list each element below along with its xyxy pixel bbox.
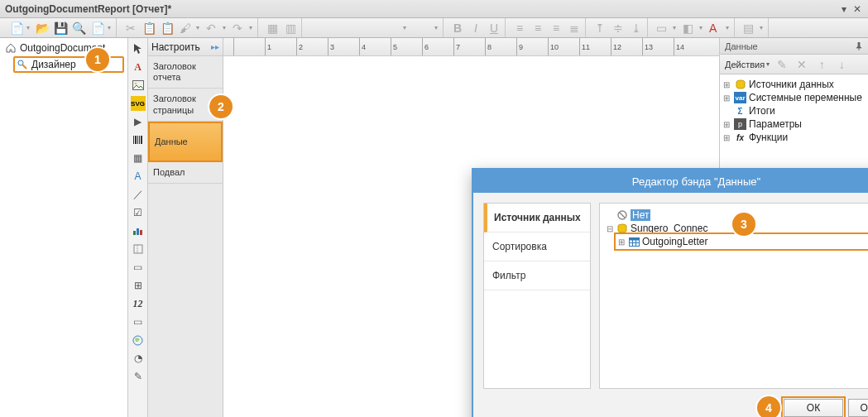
dialog-tab-filter[interactable]: Фильтр bbox=[484, 261, 590, 290]
cross-tool-icon[interactable]: ⊞ bbox=[131, 278, 146, 293]
down-icon[interactable]: ↓ bbox=[834, 57, 849, 72]
project-tree: OutgoingDocument Дизайнер 1 bbox=[0, 38, 128, 417]
svg-tool-icon[interactable]: SVG bbox=[131, 96, 146, 111]
cancel-button[interactable]: Отмена bbox=[848, 399, 868, 417]
band-page-header[interactable]: Заголовок страницы 2 bbox=[148, 89, 223, 121]
redo-button[interactable]: ↷ bbox=[231, 21, 254, 36]
forbidden-icon bbox=[616, 209, 629, 221]
dialog-tab-datasource[interactable]: Источник данных bbox=[484, 204, 590, 232]
counter-tool-icon[interactable]: 12 bbox=[131, 296, 146, 311]
svg-rect-6 bbox=[139, 136, 140, 144]
data-node-params[interactable]: ⊞ p Параметры bbox=[722, 117, 866, 131]
pointer-tool-icon[interactable] bbox=[131, 41, 146, 56]
table-icon bbox=[627, 236, 640, 247]
bands-panel: Настроить ▸▸ Заголовок отчета Заголовок … bbox=[148, 38, 223, 417]
underline-button[interactable]: U bbox=[487, 21, 501, 36]
data-node-functions[interactable]: ⊞ fx Функции bbox=[722, 131, 866, 144]
font-select[interactable] bbox=[309, 21, 408, 36]
format-button[interactable]: 🖌 bbox=[178, 21, 201, 36]
valign-top-button[interactable]: ⤒ bbox=[592, 21, 607, 36]
label-tool-icon[interactable]: ▭ bbox=[131, 314, 146, 329]
border-button[interactable]: ▭ bbox=[655, 21, 678, 36]
data-node-totals[interactable]: Σ Итоги bbox=[722, 104, 866, 117]
data-node-sources[interactable]: ⊞ Источники данных bbox=[722, 78, 866, 91]
svg-rect-8 bbox=[133, 231, 136, 235]
chart-tool-icon[interactable] bbox=[131, 223, 146, 238]
undo-button[interactable]: ↶ bbox=[204, 21, 228, 36]
pin-icon[interactable] bbox=[855, 42, 863, 50]
align-right-button[interactable]: ≡ bbox=[549, 21, 563, 36]
svg-rect-10 bbox=[140, 230, 142, 235]
database-icon bbox=[616, 223, 629, 234]
collapse-icon[interactable]: ⊟ bbox=[605, 224, 614, 233]
svg-rect-7 bbox=[141, 136, 142, 144]
svg-rect-9 bbox=[137, 228, 139, 235]
richtext-tool-icon[interactable]: A bbox=[131, 169, 146, 184]
bands-header: Настроить ▸▸ bbox=[148, 38, 223, 56]
bands-collapse-icon[interactable]: ▸▸ bbox=[211, 42, 219, 51]
map-tool-icon[interactable] bbox=[131, 333, 146, 348]
sigma-icon: Σ bbox=[734, 105, 746, 117]
style-button[interactable]: ▤ bbox=[741, 21, 765, 36]
datasource-table-node[interactable]: ⊞ OutgoingLetter bbox=[616, 235, 868, 248]
barcode-tool-icon[interactable] bbox=[131, 132, 146, 147]
close-window-icon[interactable]: ✕ bbox=[851, 3, 863, 15]
band-data[interactable]: Данные bbox=[148, 122, 223, 162]
text-tool-icon[interactable]: A bbox=[131, 60, 146, 74]
group-button[interactable]: ▦ bbox=[265, 21, 280, 36]
dialog-tabs: Источник данных Сортировка Фильтр bbox=[483, 203, 591, 389]
copy-button[interactable]: 📋 bbox=[141, 21, 156, 36]
dialog-tab-sort[interactable]: Сортировка bbox=[484, 232, 590, 261]
shape-tool-icon[interactable]: ▶ bbox=[131, 114, 146, 129]
ungroup-button[interactable]: ▥ bbox=[283, 21, 298, 36]
zip-tool-icon[interactable] bbox=[131, 242, 146, 256]
actions-dropdown[interactable]: Действия ▾ bbox=[725, 60, 770, 70]
expand-icon[interactable]: ⊞ bbox=[723, 80, 731, 89]
textcolor-button[interactable]: A bbox=[707, 21, 731, 36]
expand-icon[interactable]: ⊞ bbox=[723, 133, 731, 142]
align-justify-button[interactable]: ≣ bbox=[567, 21, 582, 36]
body: OutgoingDocument Дизайнер 1 A SVG ▶ bbox=[0, 38, 868, 417]
fill-button[interactable]: ◧ bbox=[681, 21, 704, 36]
delete-icon[interactable]: ✕ bbox=[794, 57, 809, 72]
bold-button[interactable]: B bbox=[450, 21, 465, 36]
italic-button[interactable]: I bbox=[468, 21, 483, 36]
new-datasource-icon[interactable]: ✎ bbox=[774, 57, 789, 72]
cut-button[interactable]: ✂ bbox=[123, 21, 138, 36]
expand-icon[interactable]: ⊞ bbox=[616, 237, 626, 247]
valign-mid-button[interactable]: ≑ bbox=[611, 21, 626, 36]
svg-rect-4 bbox=[135, 136, 137, 144]
signature-tool-icon[interactable]: ✎ bbox=[131, 369, 146, 384]
data-node-sysvars[interactable]: ⊞ var Системные переменные bbox=[722, 91, 866, 104]
database-icon bbox=[734, 79, 746, 90]
paste-button[interactable]: 📋 bbox=[160, 21, 175, 36]
valign-bot-button[interactable]: ⤓ bbox=[629, 21, 644, 36]
save-button[interactable]: 💾 bbox=[53, 21, 68, 36]
table-tool-icon[interactable]: ▦ bbox=[131, 151, 146, 165]
image-tool-icon[interactable] bbox=[131, 78, 146, 93]
dialog-datasource-tree: Нет ⊟ Sungero_Connec ⊞ bbox=[599, 203, 868, 389]
expand-icon[interactable]: ⊞ bbox=[723, 93, 731, 103]
var-icon: var bbox=[734, 92, 746, 103]
band-footer[interactable]: Подвал bbox=[148, 162, 223, 184]
ok-button[interactable]: ОК bbox=[784, 399, 843, 417]
dropdown-icon[interactable]: ▾ bbox=[838, 3, 850, 15]
bands-header-label: Настроить bbox=[151, 41, 200, 53]
preview-button[interactable]: 🔍 bbox=[71, 21, 86, 36]
app-window: OutgoingDocumentReport [Отчет]* ▾ ✕ 📄 📂 … bbox=[0, 0, 868, 417]
expand-icon[interactable]: ⊞ bbox=[723, 120, 731, 129]
line-tool-icon[interactable]: ／ bbox=[131, 187, 146, 202]
fontsize-select[interactable] bbox=[411, 21, 439, 36]
subreport-tool-icon[interactable]: ▭ bbox=[131, 260, 146, 275]
window-controls: ▾ ✕ bbox=[838, 3, 863, 15]
ruler: 1 2 3 4 5 6 7 8 9 10 11 12 13 14 bbox=[223, 38, 719, 56]
band-report-title[interactable]: Заголовок отчета bbox=[148, 56, 223, 89]
align-center-button[interactable]: ≡ bbox=[530, 21, 545, 36]
align-left-button[interactable]: ≡ bbox=[512, 21, 527, 36]
gauge-tool-icon[interactable]: ◔ bbox=[131, 351, 146, 366]
open-button[interactable]: 📂 bbox=[35, 21, 50, 36]
new-button[interactable]: 📄 bbox=[8, 21, 31, 36]
up-icon[interactable]: ↑ bbox=[814, 57, 829, 72]
page-button[interactable]: 📄 bbox=[89, 21, 113, 36]
checkbox-tool-icon[interactable]: ☑ bbox=[131, 205, 146, 220]
